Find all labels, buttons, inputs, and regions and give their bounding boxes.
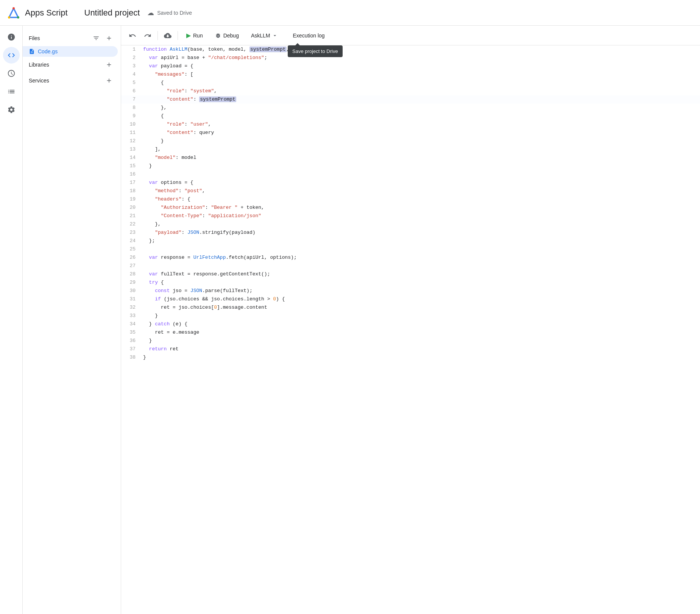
line-content[interactable]: "content": systemPrompt	[140, 95, 700, 104]
settings-icon-button[interactable]	[3, 101, 20, 118]
project-name[interactable]: Untitled project	[84, 8, 140, 18]
line-content[interactable]: "model": model	[140, 154, 700, 162]
undo-button[interactable]	[126, 30, 139, 42]
add-library-button[interactable]	[103, 59, 115, 70]
line-content[interactable]: }	[140, 337, 700, 345]
line-content[interactable]: },	[140, 104, 700, 112]
line-number: 22	[121, 220, 140, 229]
svg-point-4	[17, 16, 19, 19]
apps-script-logo-icon	[6, 5, 21, 20]
line-content[interactable]: "payload": JSON.stringify(payload)	[140, 229, 700, 237]
line-content[interactable]	[140, 170, 700, 179]
line-content[interactable]: try {	[140, 278, 700, 287]
line-content[interactable]: "Content-Type": "application/json"	[140, 212, 700, 220]
line-number: 12	[121, 137, 140, 145]
line-number: 35	[121, 328, 140, 337]
table-row: 20 "Authorization": "Bearer " + token,	[121, 204, 700, 212]
line-number: 18	[121, 187, 140, 195]
line-number: 28	[121, 270, 140, 278]
line-number: 1	[121, 45, 140, 54]
main-layout: Files Code.gs	[0, 26, 700, 614]
table-row: 27	[121, 262, 700, 270]
line-content[interactable]: "headers": {	[140, 195, 700, 204]
line-content[interactable]: "role": "user",	[140, 120, 700, 129]
line-content[interactable]: var apiUrl = base + "/chat/completions";	[140, 54, 700, 62]
run-button[interactable]: ▶ Run	[181, 30, 208, 41]
table-row: 3 var payload = {	[121, 62, 700, 70]
line-content[interactable]: function AskLLM(base, token, model, syst…	[140, 45, 700, 54]
triggers-icon	[7, 69, 16, 78]
line-content[interactable]: "messages": [	[140, 70, 700, 79]
line-number: 33	[121, 312, 140, 320]
table-row: 1 function AskLLM(base, token, model, sy…	[121, 45, 700, 54]
line-content[interactable]: }	[140, 137, 700, 145]
save-drive-button[interactable]	[161, 30, 175, 42]
toolbar-divider-1	[157, 31, 158, 40]
line-content[interactable]: var response = UrlFetchApp.fetch(apiUrl,…	[140, 253, 700, 262]
line-content[interactable]	[140, 245, 700, 253]
line-content[interactable]: const jso = JSON.parse(fullText);	[140, 287, 700, 295]
line-content[interactable]: "Authorization": "Bearer " + token,	[140, 204, 700, 212]
add-file-button[interactable]	[103, 33, 115, 44]
execlog-label: Execution log	[293, 33, 325, 39]
line-content[interactable]: };	[140, 237, 700, 245]
code-editor[interactable]: 1 function AskLLM(base, token, model, sy…	[121, 45, 700, 614]
debug-label: Debug	[223, 33, 239, 39]
line-content[interactable]: "method": "post",	[140, 187, 700, 195]
triggers-icon-button[interactable]	[3, 65, 20, 82]
table-row: 21 "Content-Type": "application/json"	[121, 212, 700, 220]
editor-area: ▶ Run Debug AskLLM Execution log Sa	[121, 26, 700, 614]
line-number: 4	[121, 70, 140, 79]
table-row: 37 return ret	[121, 345, 700, 353]
line-content[interactable]: }	[140, 162, 700, 170]
line-content[interactable]: ],	[140, 145, 700, 154]
line-content[interactable]: "content": query	[140, 129, 700, 137]
sidebar: Files Code.gs	[23, 26, 121, 614]
sort-files-button[interactable]	[90, 33, 102, 44]
info-icon-button[interactable]	[3, 29, 20, 45]
redo-button[interactable]	[141, 30, 154, 42]
line-content[interactable]: {	[140, 79, 700, 87]
executions-icon-button[interactable]	[3, 83, 20, 100]
line-number: 16	[121, 170, 140, 179]
add-service-button[interactable]	[103, 75, 115, 86]
debug-button[interactable]: Debug	[210, 30, 244, 41]
cloud-icon: ☁	[147, 9, 154, 17]
table-row: 38 }	[121, 353, 700, 362]
files-label: Files	[29, 35, 40, 41]
line-content[interactable]: }	[140, 353, 700, 362]
line-content[interactable]: if (jso.choices && jso.choices.length > …	[140, 295, 700, 303]
table-row: 29 try {	[121, 278, 700, 287]
line-number: 23	[121, 229, 140, 237]
line-number: 20	[121, 204, 140, 212]
line-content[interactable]: var options = {	[140, 179, 700, 187]
line-number: 6	[121, 87, 140, 95]
line-content[interactable]: var fullText = response.getContentText()…	[140, 270, 700, 278]
table-row: 33 }	[121, 312, 700, 320]
line-content[interactable]: ret = jso.choices[0].message.content	[140, 303, 700, 312]
askllm-label: AskLLM	[251, 33, 270, 39]
line-content[interactable]	[140, 262, 700, 270]
line-content[interactable]: },	[140, 220, 700, 229]
line-number: 37	[121, 345, 140, 353]
line-content[interactable]: {	[140, 112, 700, 120]
editor-icon-button[interactable]	[3, 47, 20, 64]
execution-log-button[interactable]: Execution log	[288, 30, 330, 41]
line-content[interactable]: var payload = {	[140, 62, 700, 70]
table-row: 5 {	[121, 79, 700, 87]
line-number: 2	[121, 54, 140, 62]
libraries-actions	[103, 59, 115, 70]
line-number: 32	[121, 303, 140, 312]
line-number: 3	[121, 62, 140, 70]
line-number: 8	[121, 104, 140, 112]
line-number: 38	[121, 353, 140, 362]
line-content[interactable]: ret = e.message	[140, 328, 700, 337]
line-content[interactable]: "role": "system",	[140, 87, 700, 95]
libraries-section-header: Libraries	[23, 57, 121, 73]
line-content[interactable]: }	[140, 312, 700, 320]
file-item-code-gs[interactable]: Code.gs	[23, 46, 118, 57]
askllm-button[interactable]: AskLLM	[246, 30, 283, 41]
line-content[interactable]: return ret	[140, 345, 700, 353]
line-number: 19	[121, 195, 140, 204]
line-content[interactable]: } catch (e) {	[140, 320, 700, 328]
